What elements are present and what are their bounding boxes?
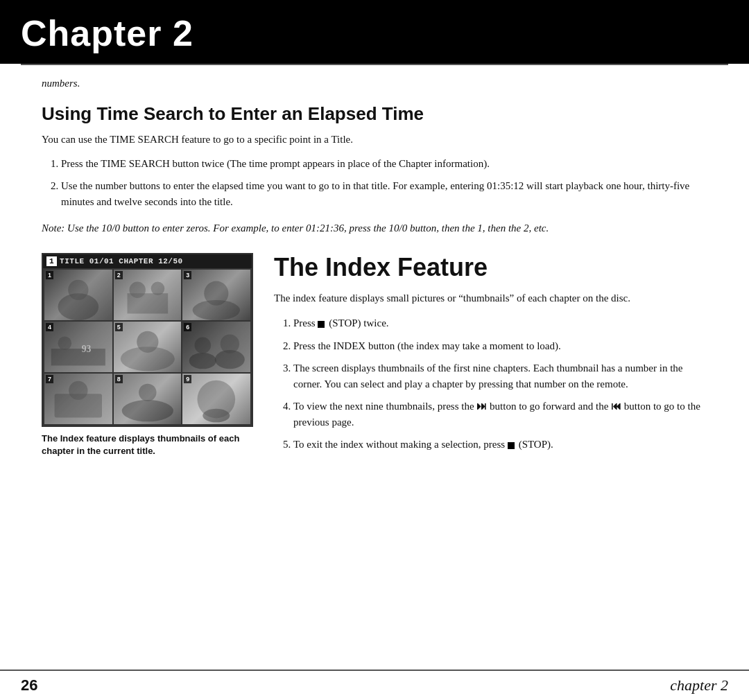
thumb-num-9: 9 <box>184 375 191 383</box>
thumbnail-4: 93 4 <box>44 322 112 372</box>
dvd-header-bar: 1 TITLE 01/01 CHAPTER 12/50 <box>43 254 252 268</box>
thumb-num-2: 2 <box>115 271 123 279</box>
svg-point-17 <box>69 381 87 400</box>
thumbnail-3: 3 <box>182 270 250 320</box>
thumbnail-2: 2 <box>114 270 182 320</box>
thumb-num-3: 3 <box>184 271 191 279</box>
page-header: Chapter 2 <box>0 0 749 64</box>
svg-point-3 <box>129 281 145 297</box>
index-feature-intro: The index feature displays small picture… <box>274 290 707 306</box>
index-step-2: Press the INDEX button (the index may ta… <box>293 338 707 354</box>
thumbnail-9: 9 <box>182 374 250 424</box>
svg-text:93: 93 <box>82 344 92 354</box>
thumbnail-5: 5 <box>114 322 182 372</box>
time-search-note: Note: Use the 10/0 button to enter zeros… <box>42 220 707 236</box>
right-column: The Index Feature The index feature disp… <box>274 253 707 462</box>
svg-point-1 <box>68 279 88 299</box>
two-column-section: 1 TITLE 01/01 CHAPTER 12/50 1 <box>42 253 707 462</box>
page-number: 26 <box>21 676 37 694</box>
svg-point-21 <box>203 409 230 423</box>
time-search-step-2: Use the number buttons to enter the elap… <box>61 178 707 209</box>
thumbnail-6: 6 <box>182 322 250 372</box>
left-column: 1 TITLE 01/01 CHAPTER 12/50 1 <box>42 253 253 462</box>
dvd-header-text: TITLE 01/01 CHAPTER 12/50 <box>60 257 183 265</box>
page-content: numbers. Using Time Search to Enter an E… <box>0 65 749 483</box>
index-step-3: The screen displays thumbnails of the fi… <box>293 360 707 392</box>
chapter-title: Chapter 2 <box>21 12 193 54</box>
svg-point-15 <box>221 334 239 353</box>
svg-rect-7 <box>51 349 105 365</box>
time-search-step-1: Press the TIME SEARCH button twice (The … <box>61 156 707 172</box>
thumbnail-grid: 1 2 <box>43 268 252 426</box>
stop-icon-1 <box>318 321 325 328</box>
dvd-screen: 1 TITLE 01/01 CHAPTER 12/50 1 <box>42 253 253 428</box>
footer-chapter-label: chapter 2 <box>670 676 728 694</box>
dvd-caption: The Index feature displays thumbnails of… <box>42 432 253 457</box>
svg-point-4 <box>150 281 164 295</box>
index-step-4: To view the next nine thumbnails, press … <box>293 399 707 430</box>
ff-icon: ⏭ <box>476 401 487 412</box>
thumb-num-7: 7 <box>46 375 53 383</box>
thumbnail-7: 7 <box>44 374 112 424</box>
chapter-number: 1 <box>46 256 57 266</box>
page-footer: 26 chapter 2 <box>0 670 749 700</box>
italic-intro: numbers. <box>42 78 707 89</box>
svg-point-11 <box>137 331 158 352</box>
thumbnail-8: 8 <box>114 374 182 424</box>
svg-point-6 <box>205 281 229 305</box>
time-search-heading: Using Time Search to Enter an Elapsed Ti… <box>42 103 707 125</box>
svg-point-14 <box>195 337 211 353</box>
svg-point-19 <box>139 384 156 401</box>
thumb-num-6: 6 <box>184 323 191 331</box>
thumbnail-1: 1 <box>44 270 112 320</box>
thumb-num-1: 1 <box>46 271 53 279</box>
svg-point-18 <box>121 400 173 421</box>
time-search-steps: Press the TIME SEARCH button twice (The … <box>61 156 707 210</box>
svg-point-8 <box>58 336 72 350</box>
thumb-num-5: 5 <box>115 323 123 331</box>
index-step-5: To exit the index without making a selec… <box>293 437 707 453</box>
index-feature-heading: The Index Feature <box>274 253 707 282</box>
thumb-num-8: 8 <box>115 375 123 383</box>
time-search-intro: You can use the TIME SEARCH feature to g… <box>42 132 707 148</box>
thumb-num-4: 4 <box>46 323 53 331</box>
rew-icon: ⏮ <box>611 401 621 412</box>
index-step-1: Press (STOP) twice. <box>293 315 707 331</box>
svg-point-12 <box>189 353 216 369</box>
index-feature-steps: Press (STOP) twice. Press the INDEX butt… <box>293 315 707 453</box>
stop-icon-2 <box>508 442 515 449</box>
